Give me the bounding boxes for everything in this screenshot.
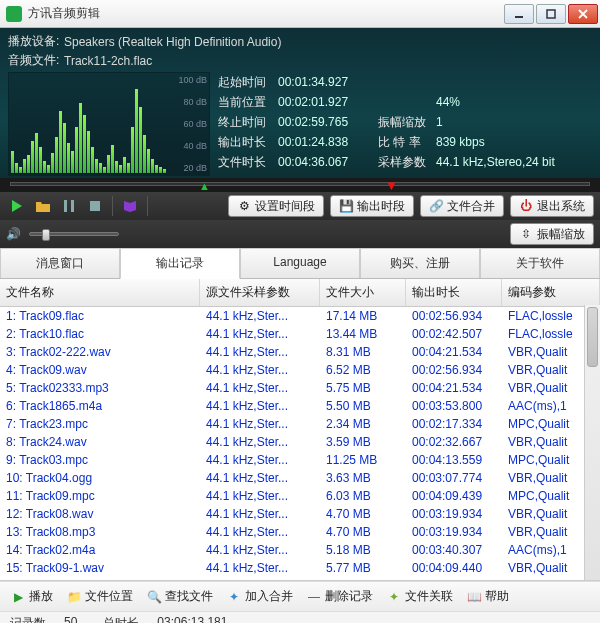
svg-rect-5 <box>90 201 100 211</box>
tab-2[interactable]: Language <box>240 248 360 278</box>
set-segment-button[interactable]: ⚙设置时间段 <box>228 195 324 217</box>
table-row[interactable]: 11: Track09.mpc44.1 kHz,Ster...6.03 MB00… <box>0 487 600 505</box>
file-merge-button[interactable]: 🔗文件合并 <box>420 195 504 217</box>
table-row[interactable]: 9: Track03.mpc44.1 kHz,Ster...11.25 MB00… <box>0 451 600 469</box>
minimize-button[interactable] <box>504 4 534 24</box>
amplitude-scale-button[interactable]: ⇳振幅缩放 <box>510 223 594 245</box>
locate-file-button[interactable]: 📁文件位置 <box>64 586 136 607</box>
close-button[interactable] <box>568 4 598 24</box>
gear-icon: ⚙ <box>237 199 251 213</box>
db-tick: 40 dB <box>178 141 207 151</box>
vertical-scrollbar[interactable] <box>584 305 600 580</box>
table-header: 文件名称 源文件采样参数 文件大小 输出时长 编码参数 <box>0 279 600 307</box>
delete-record-button[interactable]: —删除记录 <box>304 586 376 607</box>
play-item-button[interactable]: ▶播放 <box>8 586 56 607</box>
add-to-merge-button[interactable]: ✦加入合并 <box>224 586 296 607</box>
window-title: 方讯音频剪辑 <box>28 5 502 22</box>
volume-slider[interactable] <box>29 232 119 236</box>
device-value: Speakers (Realtek High Definition Audio) <box>64 35 281 49</box>
speaker-icon[interactable]: 🔊 <box>6 227 21 241</box>
svg-rect-1 <box>547 10 555 18</box>
tab-4[interactable]: 关于软件 <box>480 248 600 278</box>
exit-icon: ⏻ <box>519 199 533 213</box>
volume-toolbar: 🔊 ⇳振幅缩放 <box>0 220 600 248</box>
pause-button[interactable] <box>58 195 80 217</box>
merge-icon: 🔗 <box>429 199 443 213</box>
titlebar: 方讯音频剪辑 <box>0 0 600 28</box>
range-end-marker[interactable]: ▼ <box>385 178 398 193</box>
table-row[interactable]: 7: Track23.mpc44.1 kHz,Ster...2.34 MB00:… <box>0 415 600 433</box>
db-tick: 60 dB <box>178 119 207 129</box>
col-duration[interactable]: 输出时长 <box>406 279 502 306</box>
tab-0[interactable]: 消息窗口 <box>0 248 120 278</box>
svg-rect-3 <box>64 200 67 212</box>
table-row[interactable]: 6: Track1865.m4a44.1 kHz,Ster...5.50 MB0… <box>0 397 600 415</box>
app-icon <box>6 6 22 22</box>
help-button[interactable]: 📖帮助 <box>464 586 512 607</box>
db-tick: 100 dB <box>178 75 207 85</box>
lower-toolbar: ▶播放 📁文件位置 🔍查找文件 ✦加入合并 —删除记录 ✦文件关联 📖帮助 <box>0 581 600 611</box>
book-icon[interactable] <box>119 195 141 217</box>
col-filename[interactable]: 文件名称 <box>0 279 200 306</box>
table-row[interactable]: 14: Track02.m4a44.1 kHz,Ster...5.18 MB00… <box>0 541 600 559</box>
play-button[interactable] <box>6 195 28 217</box>
svg-rect-4 <box>71 200 74 212</box>
spectrum-display: 100 dB80 dB60 dB40 dB20 dB <box>8 72 210 176</box>
table-row[interactable]: 10: Track04.ogg44.1 kHz,Ster...3.63 MB00… <box>0 469 600 487</box>
save-icon: 💾 <box>339 199 353 213</box>
range-start-marker[interactable]: ▲ <box>199 180 210 192</box>
tab-1[interactable]: 输出记录 <box>120 248 240 279</box>
db-tick: 80 dB <box>178 97 207 107</box>
tabs: 消息窗口输出记录Language购买、注册关于软件 <box>0 248 600 279</box>
col-encoding[interactable]: 编码参数 <box>502 279 600 306</box>
file-value: Track11-2ch.flac <box>64 54 152 68</box>
record-count-label: 记录数 <box>10 615 46 623</box>
record-count: 50 <box>64 615 77 623</box>
open-button[interactable] <box>32 195 54 217</box>
find-file-button[interactable]: 🔍查找文件 <box>144 586 216 607</box>
table-row[interactable]: 12: Track08.wav44.1 kHz,Ster...4.70 MB00… <box>0 505 600 523</box>
col-sample[interactable]: 源文件采样参数 <box>200 279 320 306</box>
col-size[interactable]: 文件大小 <box>320 279 406 306</box>
device-label: 播放设备: <box>8 33 64 50</box>
stop-button[interactable] <box>84 195 106 217</box>
main-toolbar: ⚙设置时间段 💾输出时段 🔗文件合并 ⏻退出系统 <box>0 192 600 220</box>
playback-info: 起始时间00:01:34.927当前位置00:02:01.92744%终止时间0… <box>218 72 592 176</box>
total-duration: 03:06:13.181 <box>157 615 227 623</box>
exit-button[interactable]: ⏻退出系统 <box>510 195 594 217</box>
status-bar: 记录数50 总时长03:06:13.181 <box>0 611 600 623</box>
db-tick: 20 dB <box>178 163 207 173</box>
table-row[interactable]: 2: Track10.flac44.1 kHz,Ster...13.44 MB0… <box>0 325 600 343</box>
table-row[interactable]: 5: Track02333.mp344.1 kHz,Ster...5.75 MB… <box>0 379 600 397</box>
table-row[interactable]: 1: Track09.flac44.1 kHz,Ster...17.14 MB0… <box>0 307 600 325</box>
status-panel: 播放设备: Speakers (Realtek High Definition … <box>0 28 600 178</box>
table-row[interactable]: 3: Track02-222.wav44.1 kHz,Ster...8.31 M… <box>0 343 600 361</box>
scale-icon: ⇳ <box>519 227 533 241</box>
save-segment-button[interactable]: 💾输出时段 <box>330 195 414 217</box>
file-label: 音频文件: <box>8 52 64 69</box>
seek-bar[interactable]: ▲ ▼ <box>0 178 600 192</box>
tab-3[interactable]: 购买、注册 <box>360 248 480 278</box>
svg-marker-2 <box>12 200 22 212</box>
total-duration-label: 总时长 <box>103 615 139 623</box>
table-row[interactable]: 4: Track09.wav44.1 kHz,Ster...6.52 MB00:… <box>0 361 600 379</box>
table-row[interactable]: 8: Track24.wav44.1 kHz,Ster...3.59 MB00:… <box>0 433 600 451</box>
file-associate-button[interactable]: ✦文件关联 <box>384 586 456 607</box>
table-row[interactable]: 13: Track08.mp344.1 kHz,Ster...4.70 MB00… <box>0 523 600 541</box>
output-table: 文件名称 源文件采样参数 文件大小 输出时长 编码参数 1: Track09.f… <box>0 279 600 581</box>
table-row[interactable]: 15: Track09-1.wav44.1 kHz,Ster...5.77 MB… <box>0 559 600 577</box>
maximize-button[interactable] <box>536 4 566 24</box>
